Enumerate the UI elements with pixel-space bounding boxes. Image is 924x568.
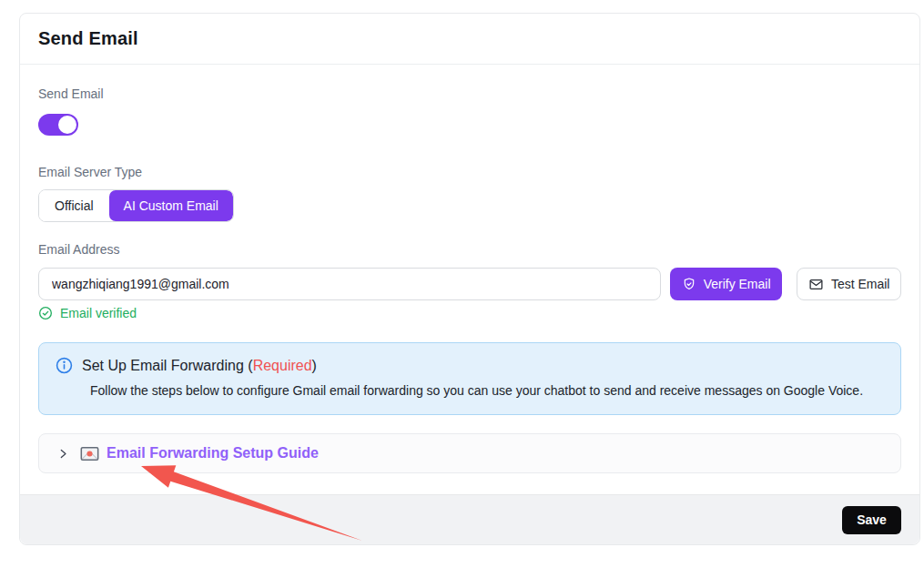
send-email-field: Send Email: [38, 86, 901, 136]
chevron-right-icon[interactable]: [57, 448, 69, 460]
info-body: Follow the steps below to configure Gmai…: [90, 383, 886, 398]
email-verified-label: Email verified: [60, 306, 137, 320]
email-server-type-group: Official AI Custom Email: [38, 189, 234, 222]
email-address-field: Email Address Verify Email: [38, 242, 901, 320]
send-email-label: Send Email: [38, 86, 901, 101]
info-circle-icon: [56, 357, 73, 374]
send-email-card: Send Email Send Email Email Server Type …: [19, 13, 920, 545]
test-email-button[interactable]: Test Email: [797, 268, 901, 300]
email-server-type-label: Email Server Type: [38, 165, 901, 179]
email-address-row: Verify Email Test Email: [38, 268, 901, 300]
server-type-official-button[interactable]: Official: [39, 190, 109, 221]
verify-email-button[interactable]: Verify Email: [670, 268, 783, 300]
server-type-ai-custom-button[interactable]: AI Custom Email: [109, 190, 233, 221]
page-title: Send Email: [38, 28, 138, 49]
email-address-label: Email Address: [38, 242, 901, 257]
guide-label: Email Forwarding Setup Guide: [107, 445, 319, 462]
email-verified-status: Email verified: [38, 306, 901, 320]
email-forwarding-info-box: Set Up Email Forwarding (Required) Follo…: [38, 342, 901, 415]
send-email-toggle[interactable]: [38, 114, 78, 136]
required-text: Required: [253, 358, 312, 373]
save-button[interactable]: Save: [842, 506, 901, 534]
verify-email-label: Verify Email: [704, 277, 771, 291]
card-body: Send Email Email Server Type Official AI…: [20, 65, 919, 473]
email-forwarding-guide-toggle[interactable]: Email Forwarding Setup Guide: [38, 433, 901, 473]
test-email-label: Test Email: [831, 277, 890, 291]
email-envelope-icon: [80, 446, 99, 462]
info-title: Set Up Email Forwarding (Required): [82, 358, 317, 374]
envelope-icon: [808, 277, 824, 292]
info-title-row: Set Up Email Forwarding (Required): [56, 357, 886, 374]
shield-check-icon: [682, 277, 696, 291]
email-address-input[interactable]: [38, 268, 661, 300]
check-circle-icon: [38, 306, 53, 320]
toggle-knob-icon: [58, 116, 76, 134]
card-header: Send Email: [20, 14, 919, 65]
email-server-type-field: Email Server Type Official AI Custom Ema…: [38, 165, 901, 222]
card-footer: Save: [20, 494, 919, 544]
